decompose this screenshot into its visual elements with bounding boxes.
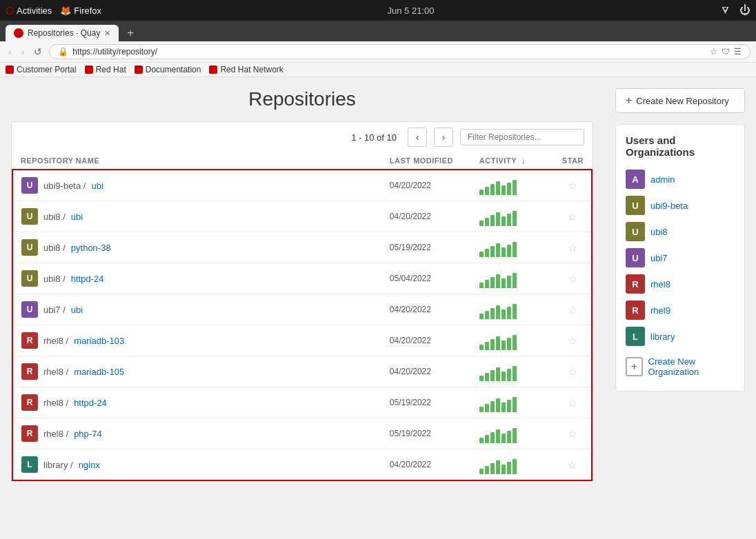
top-bar-left: ⬡ Activities 🦊 Firefox bbox=[6, 5, 101, 16]
create-repo-button[interactable]: + Create New Repository bbox=[615, 88, 745, 113]
repo-link[interactable]: nginx bbox=[79, 460, 100, 470]
col-header-star: STAR bbox=[554, 152, 592, 170]
star-icon[interactable]: ☆ bbox=[568, 180, 577, 192]
repo-namespace: rhel8 / bbox=[43, 367, 68, 377]
org-item[interactable]: U ubi9-beta bbox=[626, 192, 735, 218]
url-bar[interactable]: 🔒 https://utility/repository/ ☆ 🛡 ☰ bbox=[49, 44, 750, 59]
repo-star[interactable]: ☆ bbox=[554, 387, 592, 418]
bookmark-red-hat-network[interactable]: Red Hat Network bbox=[209, 65, 283, 74]
repo-namespace: ubi8 / bbox=[43, 243, 66, 253]
repo-namespace: rhel8 / bbox=[43, 336, 68, 346]
table-row: U ubi8 / httpd-24 05/04/2022☆ bbox=[12, 263, 592, 294]
repo-star[interactable]: ☆ bbox=[554, 170, 592, 201]
create-org-button[interactable]: + Create New Organization bbox=[626, 352, 735, 381]
power-icon[interactable]: ⏻ bbox=[739, 4, 750, 17]
repo-badge: R bbox=[21, 332, 38, 349]
repo-star[interactable]: ☆ bbox=[554, 449, 592, 481]
activity-bar bbox=[513, 242, 517, 257]
repo-link[interactable]: ubi bbox=[71, 305, 83, 315]
repo-lastmod: 05/19/2022 bbox=[381, 232, 471, 263]
back-button[interactable]: ‹ bbox=[6, 45, 14, 59]
repo-star[interactable]: ☆ bbox=[554, 356, 592, 387]
repo-link[interactable]: python-38 bbox=[71, 243, 111, 253]
star-icon[interactable]: ☆ bbox=[568, 242, 577, 254]
repo-star[interactable]: ☆ bbox=[554, 201, 592, 232]
main-area: Repositories 1 - 10 of 10 ‹ › REPOSITORY… bbox=[0, 77, 756, 539]
repo-star[interactable]: ☆ bbox=[554, 263, 592, 294]
repo-link[interactable]: ubi bbox=[71, 212, 83, 222]
reload-button[interactable]: ↺ bbox=[31, 45, 45, 59]
bookmark-customer-portal[interactable]: Customer Portal bbox=[6, 65, 77, 74]
org-badge: U bbox=[626, 222, 645, 241]
bookmark-red-hat[interactable]: Red Hat bbox=[85, 65, 126, 74]
repo-name-cell: U ubi9-beta / ubi bbox=[12, 170, 381, 201]
network-icon[interactable]: ⛛ bbox=[720, 4, 731, 17]
tab-close-button[interactable]: ✕ bbox=[104, 29, 110, 38]
repo-lastmod: 04/20/2022 bbox=[381, 325, 471, 356]
org-name: ubi9-beta bbox=[650, 201, 688, 211]
address-bar-icons: ☆ 🛡 ☰ bbox=[710, 47, 742, 57]
org-item[interactable]: R rhel9 bbox=[626, 297, 735, 323]
secure-icon: 🔒 bbox=[58, 47, 68, 57]
activity-bar bbox=[479, 376, 484, 381]
repo-link[interactable]: mariadb-103 bbox=[74, 336, 124, 346]
create-org-icon: + bbox=[626, 357, 643, 376]
activity-bar bbox=[513, 211, 517, 226]
bookmark-star-icon[interactable]: ☆ bbox=[710, 47, 717, 57]
forward-button[interactable]: › bbox=[19, 45, 28, 59]
activity-bars bbox=[479, 269, 546, 288]
org-badge: U bbox=[626, 248, 645, 267]
filter-input[interactable] bbox=[460, 129, 584, 145]
repo-star[interactable]: ☆ bbox=[554, 418, 592, 449]
repo-link[interactable]: httpd-24 bbox=[74, 398, 107, 408]
org-item[interactable]: A admin bbox=[626, 166, 735, 192]
star-icon[interactable]: ☆ bbox=[568, 428, 577, 440]
org-item[interactable]: U ubi8 bbox=[626, 218, 735, 245]
activity-bar bbox=[479, 438, 484, 443]
repo-link[interactable]: httpd-24 bbox=[71, 274, 104, 284]
activity-bar bbox=[496, 274, 500, 288]
activity-bar bbox=[507, 307, 511, 319]
star-icon[interactable]: ☆ bbox=[568, 304, 577, 316]
bookmark-documentation[interactable]: Documentation bbox=[135, 65, 201, 74]
star-icon[interactable]: ☆ bbox=[568, 366, 577, 378]
activity-bar bbox=[513, 304, 517, 319]
activity-bar bbox=[490, 308, 495, 319]
activity-bar bbox=[485, 404, 489, 412]
firefox-button[interactable]: 🦊 Firefox bbox=[60, 6, 101, 16]
star-icon[interactable]: ☆ bbox=[568, 397, 577, 409]
repo-link[interactable]: ubi bbox=[91, 181, 103, 191]
activity-bar bbox=[513, 366, 517, 381]
star-icon[interactable]: ☆ bbox=[568, 211, 577, 223]
active-tab[interactable]: Repositories · Quay ✕ bbox=[6, 25, 119, 41]
activity-bar bbox=[501, 372, 506, 381]
activity-bar bbox=[485, 435, 489, 443]
activity-bars bbox=[479, 176, 546, 195]
activity-bar bbox=[507, 276, 511, 288]
star-icon[interactable]: ☆ bbox=[568, 335, 577, 347]
repo-activity bbox=[471, 170, 554, 201]
pagination-info: 1 - 10 of 10 bbox=[351, 132, 397, 143]
repo-link[interactable]: mariadb-105 bbox=[74, 367, 124, 377]
next-page-button[interactable]: › bbox=[434, 128, 453, 147]
org-item[interactable]: L library bbox=[626, 323, 735, 349]
org-item[interactable]: U ubi7 bbox=[626, 245, 735, 271]
new-tab-button[interactable]: + bbox=[121, 27, 139, 39]
repo-link[interactable]: php-74 bbox=[74, 429, 101, 439]
menu-icon[interactable]: ☰ bbox=[734, 47, 742, 57]
star-icon[interactable]: ☆ bbox=[568, 459, 577, 471]
col-header-activity[interactable]: ACTIVITY ↓ bbox=[471, 152, 554, 170]
star-icon[interactable]: ☆ bbox=[568, 273, 577, 285]
repo-star[interactable]: ☆ bbox=[554, 294, 592, 325]
repo-star[interactable]: ☆ bbox=[554, 232, 592, 263]
activity-bar bbox=[485, 373, 489, 381]
activity-bar bbox=[479, 314, 484, 319]
firefox-label: Firefox bbox=[74, 6, 101, 16]
org-item[interactable]: R rhel8 bbox=[626, 271, 735, 297]
table-row: R rhel8 / mariadb-105 04/20/2022☆ bbox=[12, 356, 592, 387]
prev-page-button[interactable]: ‹ bbox=[408, 128, 427, 147]
activity-bars bbox=[479, 393, 546, 412]
activity-bar bbox=[485, 311, 489, 319]
activities-button[interactable]: ⬡ Activities bbox=[6, 5, 52, 16]
repo-star[interactable]: ☆ bbox=[554, 325, 592, 356]
